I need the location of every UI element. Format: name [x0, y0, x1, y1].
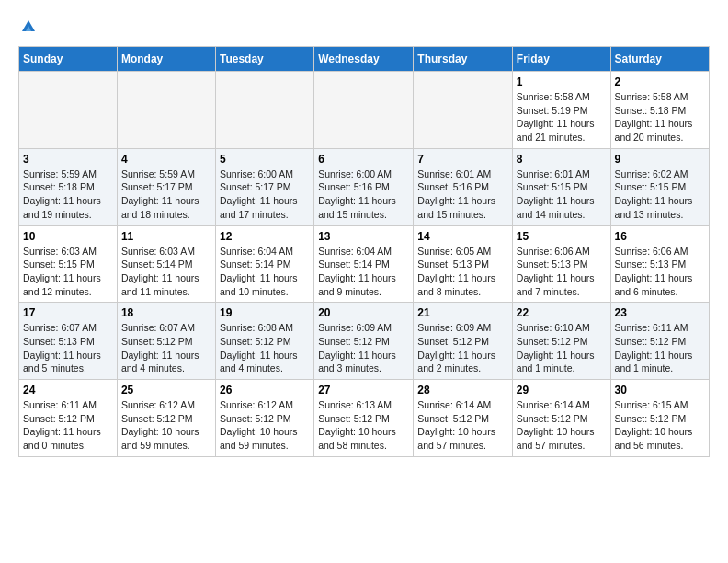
day-number: 25	[121, 384, 211, 396]
day-info: Sunrise: 6:15 AM Sunset: 5:12 PM Dayligh…	[615, 398, 705, 453]
day-number: 30	[615, 384, 705, 396]
day-number: 22	[517, 306, 607, 319]
day-number: 11	[121, 230, 211, 243]
calendar-cell	[19, 72, 118, 149]
day-number: 20	[318, 306, 409, 319]
calendar-cell: 5Sunrise: 6:00 AM Sunset: 5:17 PM Daylig…	[215, 148, 313, 225]
calendar-cell: 14Sunrise: 6:05 AM Sunset: 5:13 PM Dayli…	[414, 225, 513, 303]
day-info: Sunrise: 6:14 AM Sunset: 5:12 PM Dayligh…	[417, 398, 508, 453]
calendar-cell: 3Sunrise: 5:59 AM Sunset: 5:18 PM Daylig…	[19, 148, 118, 225]
day-info: Sunrise: 6:03 AM Sunset: 5:15 PM Dayligh…	[23, 245, 113, 299]
day-number: 3	[23, 153, 113, 166]
day-number: 14	[417, 230, 508, 243]
weekday-header-thursday: Thursday	[414, 47, 513, 72]
day-number: 28	[417, 384, 508, 396]
calendar-body: 1Sunrise: 5:58 AM Sunset: 5:19 PM Daylig…	[19, 72, 710, 457]
calendar-cell: 26Sunrise: 6:12 AM Sunset: 5:12 PM Dayli…	[215, 380, 313, 457]
day-info: Sunrise: 6:00 AM Sunset: 5:17 PM Dayligh…	[220, 167, 310, 222]
day-number: 13	[318, 230, 409, 243]
calendar-cell: 19Sunrise: 6:08 AM Sunset: 5:12 PM Dayli…	[215, 303, 313, 380]
day-number: 12	[220, 230, 310, 243]
calendar-cell: 4Sunrise: 5:59 AM Sunset: 5:17 PM Daylig…	[117, 148, 215, 225]
day-number: 24	[23, 384, 113, 396]
weekday-header-wednesday: Wednesday	[314, 47, 414, 72]
logo	[18, 18, 37, 37]
day-number: 27	[318, 384, 409, 396]
day-number: 2	[615, 75, 705, 88]
day-info: Sunrise: 6:09 AM Sunset: 5:12 PM Dayligh…	[417, 321, 508, 375]
day-info: Sunrise: 6:08 AM Sunset: 5:12 PM Dayligh…	[220, 321, 310, 375]
day-info: Sunrise: 6:07 AM Sunset: 5:13 PM Dayligh…	[23, 321, 113, 375]
day-number: 16	[615, 230, 705, 243]
day-number: 23	[615, 306, 705, 319]
calendar-cell: 23Sunrise: 6:11 AM Sunset: 5:12 PM Dayli…	[610, 303, 709, 380]
day-info: Sunrise: 6:11 AM Sunset: 5:12 PM Dayligh…	[23, 398, 113, 453]
day-number: 4	[121, 153, 211, 166]
day-info: Sunrise: 5:58 AM Sunset: 5:18 PM Dayligh…	[615, 90, 705, 144]
calendar-cell: 30Sunrise: 6:15 AM Sunset: 5:12 PM Dayli…	[610, 380, 709, 457]
day-info: Sunrise: 6:03 AM Sunset: 5:14 PM Dayligh…	[121, 245, 211, 299]
calendar-cell: 20Sunrise: 6:09 AM Sunset: 5:12 PM Dayli…	[314, 303, 414, 380]
calendar-cell: 29Sunrise: 6:14 AM Sunset: 5:12 PM Dayli…	[512, 380, 610, 457]
calendar-cell: 2Sunrise: 5:58 AM Sunset: 5:18 PM Daylig…	[610, 72, 709, 149]
calendar-cell: 10Sunrise: 6:03 AM Sunset: 5:15 PM Dayli…	[19, 225, 118, 303]
calendar-cell: 28Sunrise: 6:14 AM Sunset: 5:12 PM Dayli…	[414, 380, 513, 457]
calendar-cell: 6Sunrise: 6:00 AM Sunset: 5:16 PM Daylig…	[314, 148, 414, 225]
calendar-cell	[215, 72, 313, 149]
calendar-cell: 9Sunrise: 6:02 AM Sunset: 5:15 PM Daylig…	[610, 148, 709, 225]
day-number: 8	[517, 153, 607, 166]
calendar-week-row: 24Sunrise: 6:11 AM Sunset: 5:12 PM Dayli…	[19, 380, 710, 457]
logo-icon	[20, 18, 37, 35]
day-info: Sunrise: 6:06 AM Sunset: 5:13 PM Dayligh…	[615, 245, 705, 299]
calendar-cell: 22Sunrise: 6:10 AM Sunset: 5:12 PM Dayli…	[512, 303, 610, 380]
day-info: Sunrise: 6:01 AM Sunset: 5:16 PM Dayligh…	[417, 167, 508, 222]
day-info: Sunrise: 6:10 AM Sunset: 5:12 PM Dayligh…	[517, 321, 607, 375]
day-number: 18	[121, 306, 211, 319]
calendar-cell: 17Sunrise: 6:07 AM Sunset: 5:13 PM Dayli…	[19, 303, 118, 380]
day-info: Sunrise: 5:59 AM Sunset: 5:17 PM Dayligh…	[121, 167, 211, 222]
calendar-cell	[414, 72, 513, 149]
day-number: 10	[23, 230, 113, 243]
calendar-cell: 21Sunrise: 6:09 AM Sunset: 5:12 PM Dayli…	[414, 303, 513, 380]
day-info: Sunrise: 6:02 AM Sunset: 5:15 PM Dayligh…	[615, 167, 705, 222]
day-number: 21	[417, 306, 508, 319]
day-number: 5	[220, 153, 310, 166]
calendar-week-row: 3Sunrise: 5:59 AM Sunset: 5:18 PM Daylig…	[19, 148, 710, 225]
calendar-cell: 8Sunrise: 6:01 AM Sunset: 5:15 PM Daylig…	[512, 148, 610, 225]
calendar-cell: 24Sunrise: 6:11 AM Sunset: 5:12 PM Dayli…	[19, 380, 118, 457]
calendar-cell	[117, 72, 215, 149]
calendar-cell: 11Sunrise: 6:03 AM Sunset: 5:14 PM Dayli…	[117, 225, 215, 303]
day-number: 26	[220, 384, 310, 396]
calendar-header-row: SundayMondayTuesdayWednesdayThursdayFrid…	[19, 47, 710, 72]
weekday-header-friday: Friday	[512, 47, 610, 72]
day-number: 15	[517, 230, 607, 243]
calendar-cell: 18Sunrise: 6:07 AM Sunset: 5:12 PM Dayli…	[117, 303, 215, 380]
weekday-header-sunday: Sunday	[19, 47, 118, 72]
day-number: 17	[23, 306, 113, 319]
day-number: 29	[517, 384, 607, 396]
day-info: Sunrise: 6:12 AM Sunset: 5:12 PM Dayligh…	[121, 398, 211, 453]
day-number: 1	[517, 75, 607, 88]
day-info: Sunrise: 6:12 AM Sunset: 5:12 PM Dayligh…	[220, 398, 310, 453]
day-number: 9	[615, 153, 705, 166]
day-info: Sunrise: 5:58 AM Sunset: 5:19 PM Dayligh…	[517, 90, 607, 144]
day-info: Sunrise: 6:07 AM Sunset: 5:12 PM Dayligh…	[121, 321, 211, 375]
calendar-cell: 15Sunrise: 6:06 AM Sunset: 5:13 PM Dayli…	[512, 225, 610, 303]
day-info: Sunrise: 6:04 AM Sunset: 5:14 PM Dayligh…	[220, 245, 310, 299]
day-info: Sunrise: 6:05 AM Sunset: 5:13 PM Dayligh…	[417, 245, 508, 299]
calendar-table: SundayMondayTuesdayWednesdayThursdayFrid…	[18, 46, 710, 457]
day-number: 7	[417, 153, 508, 166]
day-info: Sunrise: 6:01 AM Sunset: 5:15 PM Dayligh…	[517, 167, 607, 222]
calendar-week-row: 1Sunrise: 5:58 AM Sunset: 5:19 PM Daylig…	[19, 72, 710, 149]
day-info: Sunrise: 6:13 AM Sunset: 5:12 PM Dayligh…	[318, 398, 409, 453]
calendar-cell: 7Sunrise: 6:01 AM Sunset: 5:16 PM Daylig…	[414, 148, 513, 225]
day-info: Sunrise: 6:04 AM Sunset: 5:14 PM Dayligh…	[318, 245, 409, 299]
weekday-header-tuesday: Tuesday	[215, 47, 313, 72]
day-info: Sunrise: 5:59 AM Sunset: 5:18 PM Dayligh…	[23, 167, 113, 222]
page-header	[18, 18, 710, 37]
calendar-cell: 16Sunrise: 6:06 AM Sunset: 5:13 PM Dayli…	[610, 225, 709, 303]
day-info: Sunrise: 6:06 AM Sunset: 5:13 PM Dayligh…	[517, 245, 607, 299]
day-info: Sunrise: 6:14 AM Sunset: 5:12 PM Dayligh…	[517, 398, 607, 453]
day-info: Sunrise: 6:00 AM Sunset: 5:16 PM Dayligh…	[318, 167, 409, 222]
weekday-header-monday: Monday	[117, 47, 215, 72]
